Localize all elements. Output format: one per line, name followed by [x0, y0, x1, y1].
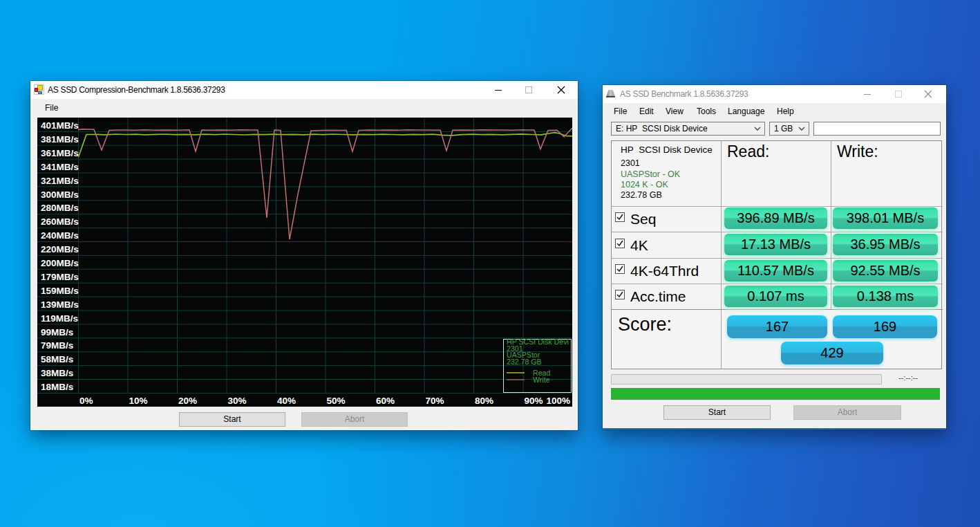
svg-text:90%: 90%: [525, 396, 543, 406]
svg-text:0%: 0%: [79, 396, 93, 406]
svg-text:38MB/s: 38MB/s: [41, 368, 73, 378]
svg-text:99MB/s: 99MB/s: [41, 327, 73, 338]
svg-text:Write: Write: [533, 376, 550, 384]
svg-text:60%: 60%: [376, 396, 395, 406]
svg-text:280MB/s: 280MB/s: [41, 203, 79, 213]
svg-text:18MB/s: 18MB/s: [41, 382, 73, 392]
svg-text:80%: 80%: [475, 396, 493, 406]
svg-text:232.78 GB: 232.78 GB: [507, 358, 542, 366]
svg-text:30%: 30%: [228, 396, 247, 406]
svg-text:10%: 10%: [129, 396, 148, 406]
svg-text:70%: 70%: [426, 396, 444, 406]
svg-text:50%: 50%: [327, 396, 346, 406]
svg-text:381MB/s: 381MB/s: [41, 134, 79, 145]
svg-text:341MB/s: 341MB/s: [41, 162, 79, 172]
svg-text:100%: 100%: [546, 396, 570, 406]
svg-text:40%: 40%: [277, 396, 296, 406]
svg-text:321MB/s: 321MB/s: [41, 176, 79, 186]
svg-text:139MB/s: 139MB/s: [41, 299, 79, 310]
svg-text:79MB/s: 79MB/s: [41, 340, 73, 351]
svg-text:200MB/s: 200MB/s: [41, 258, 79, 268]
svg-text:119MB/s: 119MB/s: [41, 313, 78, 324]
svg-text:58MB/s: 58MB/s: [41, 354, 73, 364]
svg-text:300MB/s: 300MB/s: [41, 189, 79, 200]
svg-text:401MB/s: 401MB/s: [41, 120, 79, 131]
svg-text:361MB/s: 361MB/s: [41, 148, 79, 158]
svg-text:159MB/s: 159MB/s: [41, 286, 79, 296]
svg-text:240MB/s: 240MB/s: [41, 230, 79, 241]
svg-text:220MB/s: 220MB/s: [41, 244, 79, 255]
svg-text:20%: 20%: [178, 396, 197, 406]
svg-text:179MB/s: 179MB/s: [41, 272, 79, 282]
svg-text:260MB/s: 260MB/s: [41, 216, 79, 227]
